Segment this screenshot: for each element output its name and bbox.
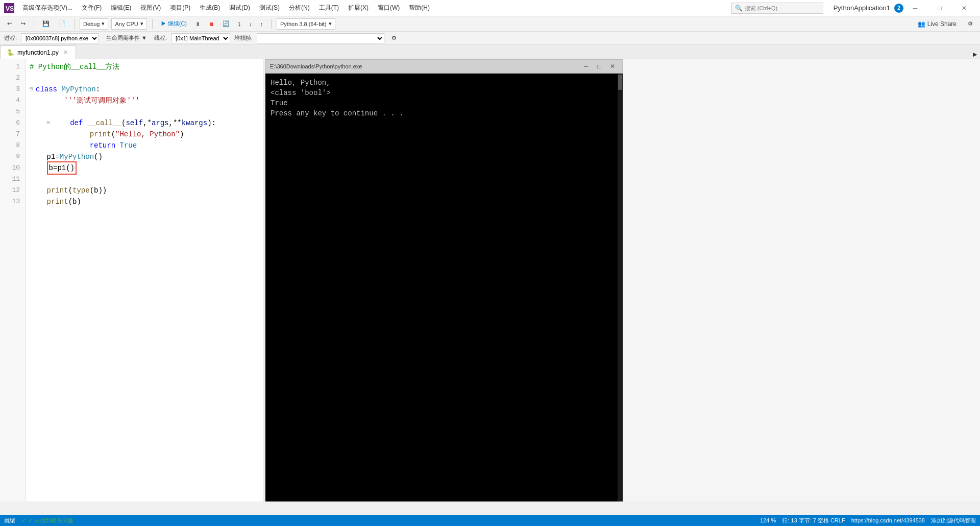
python-version-dropdown[interactable]: Python 3.8 (64-bit) ▾ [277,18,335,30]
pause-button[interactable]: ⏸ [192,20,204,28]
class-ref-9: MyPython [60,151,94,162]
menu-file[interactable]: 文件(F) [78,2,106,14]
paren-12b: (b)) [90,185,107,196]
cpu-mode-chevron: ▾ [140,20,143,27]
fold-icon-6[interactable]: ⊟ [47,117,53,129]
terminal-maximize-button[interactable]: □ [594,61,605,71]
menu-advanced-save[interactable]: 高级保存选项(V)... [18,2,77,14]
menu-project[interactable]: 项目(P) [166,2,194,14]
redo-button[interactable]: ↪ [18,19,29,28]
row-col-status[interactable]: 行: 13 字节: 7 空格 CRLF [782,517,845,524]
menu-tools[interactable]: 工具(T) [315,2,343,14]
menu-test[interactable]: 测试(S) [255,2,284,14]
cpu-mode-dropdown[interactable]: Any CPU ▾ [111,18,146,30]
debug-mode-chevron: ▾ [102,20,105,27]
terminal-container: E:\360Downloads\Python\python.exe ─ □ ✕ … [265,59,623,501]
code-line-1-text: # Python的__call__方法 [30,61,119,73]
code-content[interactable]: # Python的__call__方法 ⊟ class MyPython : '… [26,59,265,501]
process-select[interactable]: [0x000037c8] python.exe [21,33,99,43]
indent-7 [30,129,90,140]
paren-13: (b) [68,196,81,207]
fold-icon-3[interactable]: ⊟ [30,84,36,95]
stack-select[interactable] [257,33,384,43]
step-out-button[interactable]: ↑ [257,20,266,28]
live-share-button[interactable]: 👥 Live Share [914,19,961,29]
menu-extensions[interactable]: 扩展(X) [344,2,373,14]
terminal-title: E:\360Downloads\Python\python.exe [270,63,362,69]
tab-bar: 🐍 myfunction1.py ✕ ▶ [0,45,980,59]
file-tab[interactable]: 🐍 myfunction1.py ✕ [0,45,76,59]
stack-config-button[interactable]: ⚙ [388,34,400,42]
ln-6: 6 [0,117,25,129]
vs-logo-icon: VS [4,3,14,13]
kw-class: class [36,84,61,95]
menu-analyze[interactable]: 分析(N) [285,2,314,14]
title-bar: VS 高级保存选项(V)... 文件(F) 编辑(E) 视图(V) 项目(P) … [0,0,980,16]
menu-window[interactable]: 窗口(W) [374,2,404,14]
version-manager[interactable]: 添加到源代码管理 [931,517,976,524]
url-label[interactable]: https://blog.csdn.net/4394538 [851,517,925,523]
ln-3: 3 [0,84,25,95]
search-input[interactable] [745,5,816,11]
new-button[interactable]: 📄 [56,19,69,28]
ln-7: 7 [0,129,25,140]
status-right: 124 % 行: 13 字节: 7 空格 CRLF https://blog.c… [760,517,976,524]
menu-debug[interactable]: 调试(D) [225,2,254,14]
save-button[interactable]: 💾 [39,19,53,28]
svg-text:VS: VS [6,5,14,12]
undo-button[interactable]: ↩ [4,19,15,28]
status-label[interactable]: 就绪 [4,517,15,524]
toolbar-sep-2 [74,19,75,29]
terminal-minimize-button[interactable]: ─ [580,61,592,71]
notification-badge[interactable]: 2 [894,4,903,13]
debug-mode-label: Debug [83,21,100,27]
terminal-line-4: Press any key to continue . . . [271,108,618,118]
ln-8: 8 [0,140,25,151]
ln-12: 12 [0,185,25,196]
menu-edit[interactable]: 编辑(E) [107,2,135,14]
code-editor: 1 2 3 4 5 6 7 8 9 10 11 12 13 # Python的_… [0,59,265,501]
thread-select[interactable]: [0x1] MainThread [171,33,230,43]
menu-help[interactable]: 帮助(H) [405,2,434,14]
line-numbers: 1 2 3 4 5 6 7 8 9 10 11 12 13 [0,59,26,501]
ln-5: 5 [0,106,25,117]
tab-scroll-right[interactable]: ▶ [970,50,980,59]
search-icon: 🔍 [735,5,743,12]
call-9: () [94,151,103,162]
zoom-level[interactable]: 124 % [760,517,776,523]
kw-def-6: def [70,117,87,129]
step-into-button[interactable]: ↓ [246,20,255,28]
type-12: type [72,185,90,196]
continue-button[interactable]: ▶ 继续(C) [158,19,190,29]
close-6: ): [207,117,216,129]
debug-mode-dropdown[interactable]: Debug ▾ [80,18,108,30]
menu-build[interactable]: 生成(B) [195,2,224,14]
search-box[interactable]: 🔍 [731,3,823,14]
menu-view[interactable]: 视图(V) [136,2,165,14]
lifecycle-button[interactable]: 生命周期事件 ▼ [103,33,150,43]
stop-button[interactable]: ⏹ [206,20,217,28]
class-name: MyPython [61,84,95,95]
paren-12: ( [68,185,72,196]
var-p1: p1= [47,151,60,162]
settings-button[interactable]: ⚙ [965,19,976,28]
minimize-button[interactable]: ─ [903,0,927,16]
step-over-button[interactable]: ⤵ [235,20,244,28]
code-line-1: # Python的__call__方法 [30,61,261,73]
close-button[interactable]: ✕ [952,0,976,16]
indent-13 [30,196,47,207]
paren-6: ( [121,117,126,129]
terminal-close-button[interactable]: ✕ [607,61,618,71]
app-title: PythonApplication1 [834,4,890,12]
print-13: print [47,196,68,207]
process-label: 进程: [4,34,17,42]
status-bar: 就绪 ✓ ✓ 未找到相关问题 124 % 行: 13 字节: 7 空格 CRLF… [0,515,980,526]
restart-button[interactable]: 🔄 [219,19,233,28]
indent-10 [30,162,47,174]
no-issues-label[interactable]: ✓ ✓ 未找到相关问题 [21,517,74,524]
tab-close-button[interactable]: ✕ [62,49,69,56]
terminal-scrollbar[interactable] [618,74,623,501]
true-8: True [119,140,137,151]
debug-bar: 进程: [0x000037c8] python.exe 生命周期事件 ▼ 线程:… [0,32,980,45]
maximize-button[interactable]: □ [928,0,951,16]
